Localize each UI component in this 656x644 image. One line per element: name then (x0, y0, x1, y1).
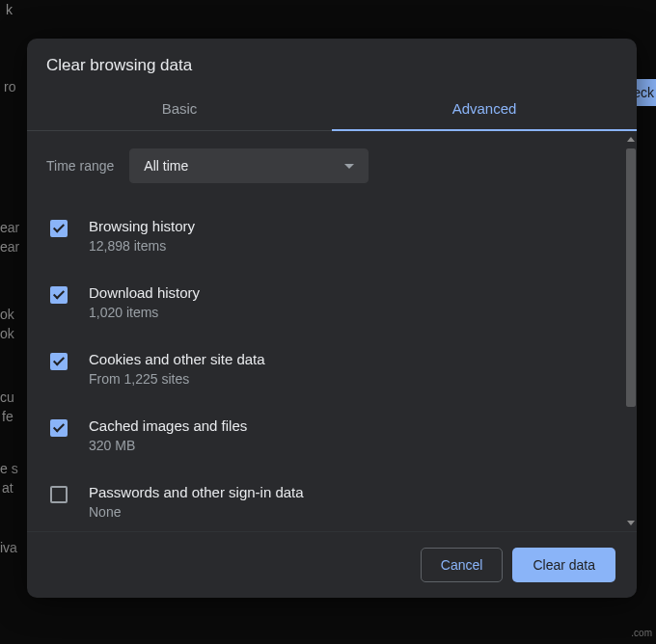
item-title: Browsing history (89, 218, 195, 234)
time-range-label: Time range (46, 158, 114, 174)
scroll-down-icon[interactable] (627, 521, 635, 525)
bg-fragment: iva (0, 540, 17, 555)
dialog-title: Clear browsing data (27, 39, 637, 89)
scrollbar-thumb[interactable] (626, 148, 636, 407)
time-range-value: All time (144, 158, 188, 174)
item-title: Download history (89, 284, 200, 301)
bg-fragment: ok (0, 326, 14, 341)
tab-advanced[interactable]: Advanced (332, 89, 637, 130)
dialog-tabs: Basic Advanced (27, 89, 637, 131)
tab-basic[interactable]: Basic (27, 89, 332, 130)
item-browsing-history: Browsing history 12,898 items (46, 208, 606, 275)
item-subtitle: 320 MB (89, 438, 247, 453)
clear-browsing-data-dialog: Clear browsing data Basic Advanced Time … (27, 39, 637, 598)
item-subtitle: From 1,225 sites (89, 371, 265, 387)
item-passwords: Passwords and other sign-in data None (46, 474, 606, 531)
bg-fragment: ro (4, 79, 15, 94)
item-subtitle: 1,020 items (89, 305, 200, 320)
watermark: .com (631, 628, 652, 638)
checkbox-passwords[interactable] (50, 486, 68, 503)
dialog-scroll-area: Time range All time Browsing history 12,… (27, 131, 637, 531)
item-download-history: Download history 1,020 items (46, 275, 606, 341)
cancel-button[interactable]: Cancel (421, 548, 504, 582)
clear-data-button[interactable]: Clear data (512, 548, 615, 582)
bg-fragment: ear (0, 239, 19, 255)
item-title: Cookies and other site data (89, 351, 265, 367)
bg-fragment: e s (0, 461, 18, 476)
time-range-row: Time range All time (46, 148, 606, 183)
checkbox-cookies[interactable] (50, 353, 68, 370)
bg-fragment: ear (0, 220, 19, 235)
item-cached: Cached images and files 320 MB (46, 408, 606, 474)
bg-fragment: at (2, 480, 14, 496)
item-title: Cached images and files (89, 417, 247, 434)
bg-fragment: k (6, 2, 13, 17)
bg-fragment: cu (0, 389, 14, 405)
checkbox-cached[interactable] (50, 419, 68, 437)
bg-fragment: fe (2, 409, 14, 424)
scroll-up-icon[interactable] (627, 137, 635, 142)
chevron-down-icon (344, 164, 354, 169)
bg-fragment: ok (0, 307, 14, 322)
checkbox-browsing-history[interactable] (50, 220, 68, 237)
item-subtitle: None (89, 504, 304, 520)
scrollbar[interactable] (625, 135, 637, 527)
item-subtitle: 12,898 items (89, 238, 195, 254)
dialog-footer: Cancel Clear data (27, 531, 637, 598)
time-range-select[interactable]: All time (129, 148, 369, 183)
checkbox-download-history[interactable] (50, 286, 68, 304)
item-cookies: Cookies and other site data From 1,225 s… (46, 341, 606, 408)
item-title: Passwords and other sign-in data (89, 484, 304, 500)
